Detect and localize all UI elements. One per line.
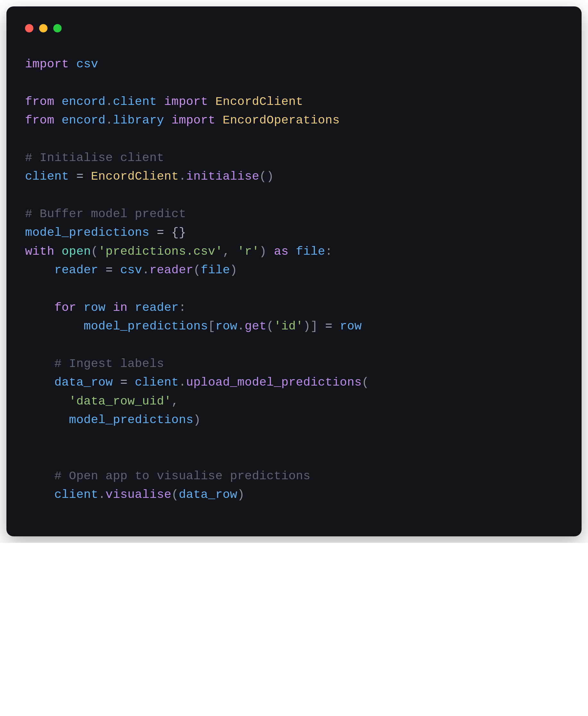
function-name: upload_model_predictions: [186, 376, 362, 389]
function-name: visualise: [106, 488, 171, 501]
variable: client: [135, 376, 179, 389]
module-name: encord: [62, 95, 106, 108]
blank-line: [25, 336, 563, 354]
class-name: EncordClient: [215, 95, 303, 108]
string-literal: 'predictions.csv': [98, 245, 223, 258]
keyword-as: as: [267, 245, 296, 258]
keyword-from: from: [25, 113, 54, 127]
class-name: EncordClient: [91, 170, 179, 183]
code-line: with open('predictions.csv', 'r') as fil…: [25, 242, 563, 261]
keyword-from: from: [25, 95, 54, 108]
variable: data_row: [179, 488, 237, 501]
code-line: from encord.library import EncordOperati…: [25, 111, 563, 130]
code-line: for row in reader:: [25, 298, 563, 317]
variable: row: [77, 301, 113, 314]
keyword-import: import: [25, 58, 69, 71]
keyword-import: import: [164, 95, 208, 108]
variable: model_predictions: [83, 320, 208, 333]
builtin-function: open: [62, 245, 91, 258]
keyword-in: in: [113, 301, 128, 314]
string-literal: 'data_row_uid': [69, 395, 171, 408]
blank-line: [25, 430, 563, 448]
code-line: reader = csv.reader(file): [25, 261, 563, 280]
module-name: library: [113, 113, 164, 127]
code-line: # Open app to visualise predictions: [25, 467, 563, 486]
module-name: csv: [77, 58, 98, 71]
window-controls: [25, 24, 563, 32]
string-literal: 'r': [237, 245, 259, 258]
function-name: get: [245, 320, 267, 333]
module-name: csv: [120, 263, 142, 277]
code-line: client.visualise(data_row): [25, 485, 563, 504]
code-line: # Buffer model predict: [25, 205, 563, 223]
comment: # Initialise client: [25, 151, 164, 165]
variable: file: [296, 245, 325, 258]
comment: # Open app to visualise predictions: [54, 469, 310, 483]
variable: row: [340, 320, 362, 333]
variable: file: [201, 263, 230, 277]
string-literal: 'id': [274, 320, 303, 333]
blank-line: [25, 448, 563, 467]
code-window: import csvfrom encord.client import Enco…: [6, 6, 582, 536]
function-name: reader: [150, 263, 193, 277]
variable: client: [54, 488, 98, 501]
blank-line: [25, 130, 563, 149]
module-name: encord: [62, 113, 106, 127]
code-line: # Ingest labels: [25, 354, 563, 373]
code-line: 'data_row_uid',: [25, 392, 563, 411]
maximize-icon[interactable]: [53, 24, 62, 32]
class-name: EncordOperations: [223, 113, 340, 127]
code-line: import csv: [25, 55, 563, 74]
keyword-import: import: [171, 113, 215, 127]
variable: model_predictions: [25, 226, 150, 239]
variable: model_predictions: [69, 413, 193, 427]
code-line: # Initialise client: [25, 149, 563, 168]
blank-line: [25, 186, 563, 205]
close-icon[interactable]: [25, 24, 34, 32]
variable: row: [215, 320, 237, 333]
code-line: model_predictions): [25, 411, 563, 430]
code-editor[interactable]: import csvfrom encord.client import Enco…: [25, 55, 563, 504]
variable: data_row: [54, 376, 113, 389]
code-line: model_predictions = {}: [25, 223, 563, 242]
code-line: client = EncordClient.initialise(): [25, 167, 563, 186]
comment: # Ingest labels: [54, 357, 164, 370]
keyword-with: with: [25, 245, 54, 258]
minimize-icon[interactable]: [39, 24, 47, 32]
code-line: data_row = client.upload_model_predictio…: [25, 373, 563, 392]
blank-line: [25, 74, 563, 92]
variable: reader: [127, 301, 179, 314]
blank-line: [25, 280, 563, 298]
code-line: model_predictions[row.get('id')] = row: [25, 317, 563, 336]
function-name: initialise: [186, 170, 259, 183]
code-line: from encord.client import EncordClient: [25, 92, 563, 111]
comment: # Buffer model predict: [25, 207, 186, 221]
variable: client: [25, 170, 69, 183]
keyword-for: for: [54, 301, 76, 314]
module-name: client: [113, 95, 157, 108]
variable: reader: [54, 263, 98, 277]
